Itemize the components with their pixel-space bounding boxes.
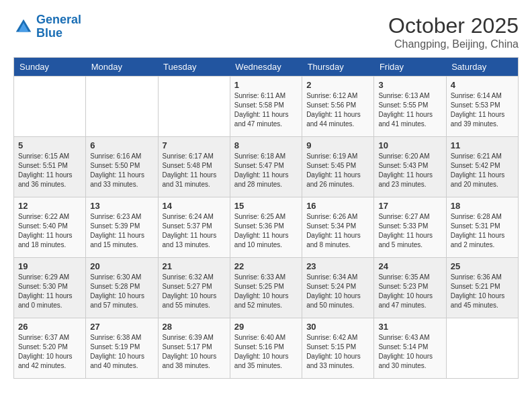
day-info: Sunrise: 6:23 AM Sunset: 5:39 PM Dayligh… <box>90 212 153 250</box>
day-number: 17 <box>378 201 441 211</box>
day-number: 6 <box>90 140 153 150</box>
day-number: 7 <box>163 140 226 150</box>
day-info: Sunrise: 6:22 AM Sunset: 5:40 PM Dayligh… <box>18 212 81 250</box>
calendar-cell: 1Sunrise: 6:11 AM Sunset: 5:58 PM Daylig… <box>230 77 302 137</box>
day-number: 21 <box>163 261 226 271</box>
day-number: 16 <box>306 201 369 211</box>
calendar-cell: 23Sunrise: 6:34 AM Sunset: 5:24 PM Dayli… <box>302 258 374 318</box>
logo-icon <box>13 17 34 37</box>
day-number: 13 <box>90 201 153 211</box>
day-number: 20 <box>90 261 153 271</box>
day-info: Sunrise: 6:11 AM Sunset: 5:58 PM Dayligh… <box>234 91 298 129</box>
day-number: 31 <box>378 322 441 332</box>
day-info: Sunrise: 6:38 AM Sunset: 5:19 PM Dayligh… <box>90 333 153 371</box>
day-number: 19 <box>18 261 81 271</box>
day-number: 23 <box>306 261 369 271</box>
calendar-cell: 13Sunrise: 6:23 AM Sunset: 5:39 PM Dayli… <box>86 197 158 258</box>
calendar-cell: 7Sunrise: 6:17 AM Sunset: 5:48 PM Daylig… <box>158 137 230 197</box>
day-info: Sunrise: 6:13 AM Sunset: 5:55 PM Dayligh… <box>378 91 441 129</box>
calendar-week-2: 5Sunrise: 6:15 AM Sunset: 5:51 PM Daylig… <box>14 137 519 197</box>
day-info: Sunrise: 6:14 AM Sunset: 5:53 PM Dayligh… <box>451 91 514 129</box>
header-tuesday: Tuesday <box>158 58 230 77</box>
calendar-cell: 16Sunrise: 6:26 AM Sunset: 5:34 PM Dayli… <box>302 197 374 258</box>
calendar-cell: 5Sunrise: 6:15 AM Sunset: 5:51 PM Daylig… <box>14 137 86 197</box>
header-monday: Monday <box>86 58 158 77</box>
day-number: 25 <box>451 261 514 271</box>
calendar-cell: 31Sunrise: 6:43 AM Sunset: 5:14 PM Dayli… <box>374 318 446 379</box>
day-info: Sunrise: 6:26 AM Sunset: 5:34 PM Dayligh… <box>306 212 369 250</box>
day-number: 2 <box>306 80 369 90</box>
header-wednesday: Wednesday <box>230 58 302 77</box>
calendar-cell <box>14 77 86 137</box>
calendar-header-row: SundayMondayTuesdayWednesdayThursdayFrid… <box>14 58 519 77</box>
calendar-cell <box>446 318 518 379</box>
calendar-cell: 8Sunrise: 6:18 AM Sunset: 5:47 PM Daylig… <box>230 137 302 197</box>
calendar-cell: 22Sunrise: 6:33 AM Sunset: 5:25 PM Dayli… <box>230 258 302 318</box>
calendar-cell: 27Sunrise: 6:38 AM Sunset: 5:19 PM Dayli… <box>86 318 158 379</box>
calendar-week-5: 26Sunrise: 6:37 AM Sunset: 5:20 PM Dayli… <box>14 318 519 379</box>
day-info: Sunrise: 6:12 AM Sunset: 5:56 PM Dayligh… <box>306 91 369 129</box>
calendar-cell: 29Sunrise: 6:40 AM Sunset: 5:16 PM Dayli… <box>230 318 302 379</box>
day-info: Sunrise: 6:25 AM Sunset: 5:36 PM Dayligh… <box>234 212 298 250</box>
day-number: 26 <box>18 322 81 332</box>
day-number: 24 <box>378 261 441 271</box>
location: Changping, Beijing, China <box>388 38 519 50</box>
calendar-week-1: 1Sunrise: 6:11 AM Sunset: 5:58 PM Daylig… <box>14 77 519 137</box>
calendar-cell: 21Sunrise: 6:32 AM Sunset: 5:27 PM Dayli… <box>158 258 230 318</box>
calendar-cell: 15Sunrise: 6:25 AM Sunset: 5:36 PM Dayli… <box>230 197 302 258</box>
day-info: Sunrise: 6:21 AM Sunset: 5:42 PM Dayligh… <box>451 152 514 189</box>
calendar-cell: 30Sunrise: 6:42 AM Sunset: 5:15 PM Dayli… <box>302 318 374 379</box>
calendar-week-4: 19Sunrise: 6:29 AM Sunset: 5:30 PM Dayli… <box>14 258 519 318</box>
day-info: Sunrise: 6:39 AM Sunset: 5:17 PM Dayligh… <box>163 333 226 371</box>
day-info: Sunrise: 6:30 AM Sunset: 5:28 PM Dayligh… <box>90 273 153 310</box>
calendar: SundayMondayTuesdayWednesdayThursdayFrid… <box>13 57 519 379</box>
calendar-cell: 17Sunrise: 6:27 AM Sunset: 5:33 PM Dayli… <box>374 197 446 258</box>
day-number: 4 <box>451 80 514 90</box>
page-header: General Blue October 2025 Changping, Bei… <box>13 13 519 50</box>
calendar-week-3: 12Sunrise: 6:22 AM Sunset: 5:40 PM Dayli… <box>14 197 519 258</box>
day-info: Sunrise: 6:37 AM Sunset: 5:20 PM Dayligh… <box>18 333 81 371</box>
day-number: 8 <box>234 140 298 150</box>
day-info: Sunrise: 6:29 AM Sunset: 5:30 PM Dayligh… <box>18 273 81 310</box>
day-number: 11 <box>451 140 514 150</box>
day-info: Sunrise: 6:19 AM Sunset: 5:45 PM Dayligh… <box>306 152 369 189</box>
day-info: Sunrise: 6:27 AM Sunset: 5:33 PM Dayligh… <box>378 212 441 250</box>
day-number: 15 <box>234 201 298 211</box>
calendar-cell: 12Sunrise: 6:22 AM Sunset: 5:40 PM Dayli… <box>14 197 86 258</box>
day-info: Sunrise: 6:18 AM Sunset: 5:47 PM Dayligh… <box>234 152 298 189</box>
calendar-cell: 9Sunrise: 6:19 AM Sunset: 5:45 PM Daylig… <box>302 137 374 197</box>
day-number: 3 <box>378 80 441 90</box>
day-number: 5 <box>18 140 81 150</box>
day-info: Sunrise: 6:43 AM Sunset: 5:14 PM Dayligh… <box>378 333 441 371</box>
day-info: Sunrise: 6:20 AM Sunset: 5:43 PM Dayligh… <box>378 152 441 189</box>
calendar-cell: 20Sunrise: 6:30 AM Sunset: 5:28 PM Dayli… <box>86 258 158 318</box>
day-info: Sunrise: 6:28 AM Sunset: 5:31 PM Dayligh… <box>451 212 514 250</box>
calendar-cell: 6Sunrise: 6:16 AM Sunset: 5:50 PM Daylig… <box>86 137 158 197</box>
day-number: 28 <box>163 322 226 332</box>
day-info: Sunrise: 6:33 AM Sunset: 5:25 PM Dayligh… <box>234 273 298 310</box>
header-sunday: Sunday <box>14 58 86 77</box>
day-number: 10 <box>378 140 441 150</box>
calendar-cell: 18Sunrise: 6:28 AM Sunset: 5:31 PM Dayli… <box>446 197 518 258</box>
calendar-cell <box>86 77 158 137</box>
header-saturday: Saturday <box>446 58 518 77</box>
calendar-cell: 11Sunrise: 6:21 AM Sunset: 5:42 PM Dayli… <box>446 137 518 197</box>
calendar-cell: 26Sunrise: 6:37 AM Sunset: 5:20 PM Dayli… <box>14 318 86 379</box>
month-year: October 2025 <box>388 13 519 38</box>
day-number: 30 <box>306 322 369 332</box>
header-friday: Friday <box>374 58 446 77</box>
calendar-cell: 10Sunrise: 6:20 AM Sunset: 5:43 PM Dayli… <box>374 137 446 197</box>
calendar-cell: 14Sunrise: 6:24 AM Sunset: 5:37 PM Dayli… <box>158 197 230 258</box>
day-number: 1 <box>234 80 298 90</box>
day-number: 14 <box>163 201 226 211</box>
calendar-cell: 24Sunrise: 6:35 AM Sunset: 5:23 PM Dayli… <box>374 258 446 318</box>
day-number: 27 <box>90 322 153 332</box>
day-info: Sunrise: 6:42 AM Sunset: 5:15 PM Dayligh… <box>306 333 369 371</box>
calendar-cell: 25Sunrise: 6:36 AM Sunset: 5:21 PM Dayli… <box>446 258 518 318</box>
calendar-cell: 2Sunrise: 6:12 AM Sunset: 5:56 PM Daylig… <box>302 77 374 137</box>
day-info: Sunrise: 6:16 AM Sunset: 5:50 PM Dayligh… <box>90 152 153 189</box>
day-info: Sunrise: 6:17 AM Sunset: 5:48 PM Dayligh… <box>163 152 226 189</box>
day-info: Sunrise: 6:34 AM Sunset: 5:24 PM Dayligh… <box>306 273 369 310</box>
day-info: Sunrise: 6:36 AM Sunset: 5:21 PM Dayligh… <box>451 273 514 310</box>
logo-text: General Blue <box>36 13 81 40</box>
